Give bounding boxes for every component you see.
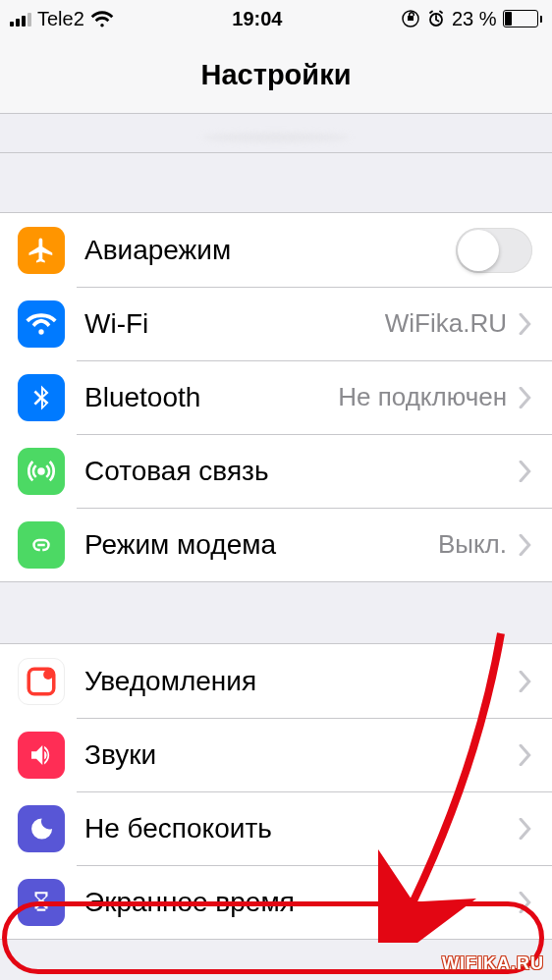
- airplane-icon: [18, 227, 65, 274]
- carrier-label: Tele2: [37, 8, 84, 30]
- svg-point-3: [43, 669, 53, 679]
- row-hotspot[interactable]: Режим модема Выкл.: [0, 508, 552, 581]
- row-value: Не подключен: [338, 382, 507, 412]
- chevron-right-icon: [519, 461, 532, 482]
- row-sounds[interactable]: Звуки: [0, 718, 552, 791]
- row-wifi[interactable]: Wi-Fi WiFika.RU: [0, 287, 552, 360]
- chevron-right-icon: [519, 892, 532, 913]
- row-label: Сотовая связь: [84, 456, 519, 487]
- speaker-icon: [18, 732, 65, 779]
- wifi-status-icon: [90, 10, 114, 27]
- orientation-lock-icon: [401, 9, 420, 28]
- alarm-icon: [426, 9, 446, 28]
- row-screen-time[interactable]: Экранное время: [0, 865, 552, 939]
- row-label: Wi-Fi: [84, 308, 385, 340]
- row-cellular[interactable]: Сотовая связь: [0, 434, 552, 508]
- page-title: Настройки: [200, 59, 351, 91]
- notification-icon: [18, 658, 65, 705]
- wifi-icon: [18, 300, 65, 348]
- row-value: Выкл.: [438, 529, 507, 560]
- chevron-right-icon: [519, 818, 532, 840]
- battery-percent: 23 %: [452, 8, 497, 30]
- settings-group-system: Уведомления Звуки Не беспокоить Экранное…: [0, 643, 552, 940]
- row-label: Режим модема: [84, 529, 438, 561]
- row-label: Bluetooth: [84, 382, 338, 413]
- chevron-right-icon: [519, 744, 532, 766]
- link-icon: [18, 521, 65, 569]
- watermark: WIFIKA.RU: [442, 953, 544, 974]
- signal-bars-icon: [10, 11, 31, 27]
- hourglass-icon: [18, 879, 65, 926]
- status-bar: Tele2 19:04 23 %: [0, 0, 552, 37]
- chevron-right-icon: [519, 387, 532, 408]
- row-label: Уведомления: [84, 666, 519, 697]
- battery-icon: [503, 10, 543, 27]
- airplane-toggle[interactable]: [456, 228, 532, 273]
- chevron-right-icon: [519, 534, 532, 556]
- moon-icon: [18, 805, 65, 852]
- row-label: Экранное время: [84, 887, 519, 918]
- chevron-right-icon: [519, 313, 532, 335]
- search-area[interactable]: [0, 114, 552, 153]
- row-value: WiFika.RU: [385, 308, 507, 339]
- row-bluetooth[interactable]: Bluetooth Не подключен: [0, 360, 552, 434]
- antenna-icon: [18, 448, 65, 495]
- row-notifications[interactable]: Уведомления: [0, 644, 552, 718]
- row-label: Не беспокоить: [84, 813, 519, 844]
- status-right: 23 %: [401, 8, 542, 30]
- status-left: Tele2: [10, 8, 114, 30]
- bluetooth-icon: [18, 374, 65, 421]
- status-time: 19:04: [232, 8, 282, 30]
- nav-title-bar: Настройки: [0, 37, 552, 114]
- row-airplane-mode[interactable]: Авиарежим: [0, 213, 552, 287]
- chevron-right-icon: [519, 671, 532, 692]
- settings-group-connectivity: Авиарежим Wi-Fi WiFika.RU Bluetooth Не п…: [0, 212, 552, 582]
- row-label: Звуки: [84, 739, 519, 771]
- row-do-not-disturb[interactable]: Не беспокоить: [0, 791, 552, 865]
- row-label: Авиарежим: [84, 235, 456, 266]
